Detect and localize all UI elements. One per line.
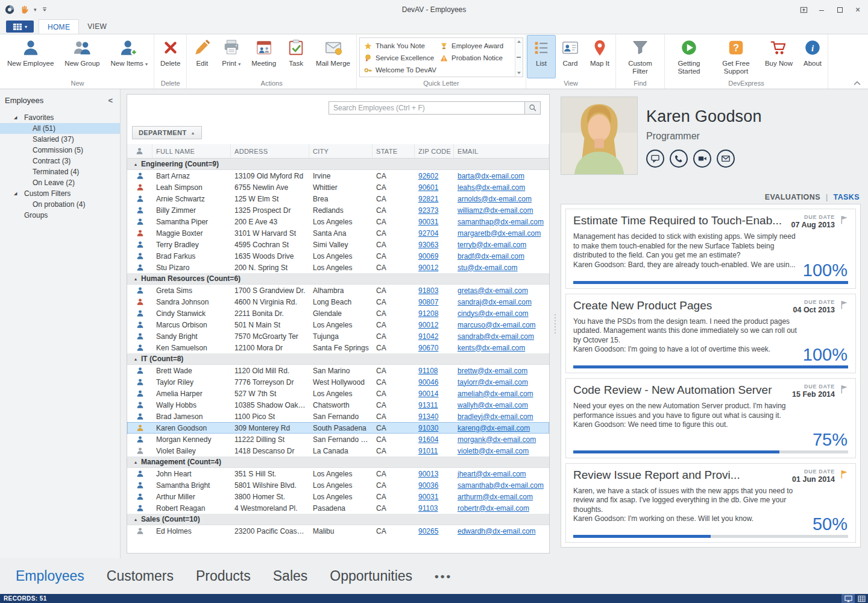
collapse-group-icon[interactable]: ▴	[134, 459, 137, 465]
quick-letter-employee-award[interactable]: Employee Award	[440, 40, 516, 51]
zip-link[interactable]: 90012	[418, 264, 438, 272]
email-link[interactable]: bradf@dx-email.com	[458, 252, 524, 260]
tab-home[interactable]: HOME	[39, 19, 79, 34]
zip-link[interactable]: 91340	[418, 412, 438, 421]
email-link[interactable]: edwardh@dx-email.com	[458, 527, 536, 535]
employee-row-ken-samuelson[interactable]: Ken Samuelson12100 Mora DrSanta Fe Sprin…	[127, 342, 549, 353]
minimize-button[interactable]: –	[813, 2, 831, 17]
groupby-department-chip[interactable]: DEPARTMENT ▲	[132, 126, 202, 139]
nav-customers[interactable]: Customers	[107, 568, 174, 584]
new-group-button[interactable]: New Group	[59, 35, 105, 78]
email-link[interactable]: samanthab@dx-email.com	[458, 481, 544, 490]
group-row-it-count-8[interactable]: ▴IT (Count=8)	[127, 353, 549, 365]
print-button[interactable]: Print ▾	[216, 35, 246, 78]
email-link[interactable]: barta@dx-email.com	[458, 172, 524, 180]
new-employee-button[interactable]: New Employee	[2, 35, 59, 78]
tab-view[interactable]: VIEW	[79, 19, 115, 34]
column-header-address[interactable]: ADDRESS	[231, 144, 309, 158]
app-logo-icon[interactable]	[5, 5, 14, 14]
touch-hand-icon[interactable]	[19, 5, 29, 14]
email-link[interactable]: taylorr@dx-email.com	[458, 378, 528, 387]
search-box[interactable]	[329, 101, 541, 115]
getting-started-button[interactable]: Getting Started	[665, 35, 712, 78]
email-link[interactable]: williamz@dx-email.com	[458, 206, 533, 215]
employee-row-brad-farkus[interactable]: Brad Farkus1635 Woods DriveLos AngelesCA…	[127, 250, 549, 262]
collapse-ribbon-icon[interactable]	[854, 81, 861, 86]
expand-node-icon[interactable]: ◢	[14, 191, 17, 196]
email-link[interactable]: marcuso@dx-email.com	[458, 321, 536, 329]
zip-link[interactable]: 90670	[418, 344, 438, 352]
email-link[interactable]: cindys@dx-email.com	[458, 309, 529, 318]
edit-button[interactable]: Edit	[187, 35, 216, 78]
email-link[interactable]: sandraj@dx-email.com	[458, 298, 532, 306]
employee-row-robert-reagan[interactable]: Robert Reagan4 Westmoreland Pl.PasadenaC…	[127, 502, 549, 514]
buy-now-button[interactable]: Buy Now	[760, 35, 798, 78]
employee-row-amelia-harper[interactable]: Amelia Harper527 W 7th StLos AngelesCA90…	[127, 388, 549, 399]
gallery-scrollbar[interactable]	[515, 38, 523, 77]
employee-row-arthur-miller[interactable]: Arthur Miller3800 Homer St.Los AngelesCA…	[127, 491, 549, 502]
email-link[interactable]: kents@dx-email.com	[458, 344, 525, 352]
zip-link[interactable]: 90036	[418, 481, 438, 490]
zip-link[interactable]: 90601	[418, 183, 438, 192]
zip-link[interactable]: 92821	[418, 195, 438, 203]
employee-row-marcus-orbison[interactable]: Marcus Orbison501 N Main StLos AngelesCA…	[127, 319, 549, 330]
map-it-button[interactable]: Map It	[585, 35, 615, 78]
collapse-group-icon[interactable]: ▴	[134, 517, 137, 522]
search-input[interactable]	[329, 102, 524, 114]
zip-link[interactable]: 91011	[418, 447, 438, 455]
column-header-full-name[interactable]: FULL NAME	[153, 144, 231, 158]
collapse-group-icon[interactable]: ▴	[134, 276, 137, 282]
quick-letter-probation-notice[interactable]: Probation Notice	[440, 52, 516, 63]
new-items-button[interactable]: New Items ▾	[105, 35, 154, 78]
employee-row-leah-simpson[interactable]: Leah Simpson6755 Newlin AveWhittierCA906…	[127, 182, 549, 193]
email-link[interactable]: terryb@dx-email.com	[458, 241, 526, 249]
email-link[interactable]: wallyh@dx-email.com	[458, 401, 528, 409]
nav-employees[interactable]: Employees	[16, 568, 84, 584]
zip-link[interactable]: 92704	[418, 229, 438, 238]
email-link[interactable]: sandrab@dx-email.com	[458, 332, 534, 341]
get-free-support-button[interactable]: ?Get Free Support	[712, 35, 760, 78]
delete-button[interactable]: Delete	[155, 35, 186, 78]
zip-link[interactable]: 91103	[418, 504, 438, 513]
chevron-down-icon[interactable]: ▾	[34, 7, 37, 13]
employee-row-wally-hobbs[interactable]: Wally Hobbs10385 Shadow Oak DrChatsworth…	[127, 399, 549, 411]
zip-link[interactable]: 91604	[418, 435, 438, 444]
employee-row-maggie-boxter[interactable]: Maggie Boxter3101 W Harvard StSanta AnaC…	[127, 227, 549, 239]
group-row-human-resources-count-6[interactable]: ▴Human Resources (Count=6)	[127, 273, 549, 285]
email-link[interactable]: robertr@dx-email.com	[458, 504, 529, 513]
sidebar-item-all-51[interactable]: All (51)	[0, 123, 120, 134]
email-link[interactable]: bradleyj@dx-email.com	[458, 412, 533, 421]
nav-sales[interactable]: Sales	[273, 568, 308, 584]
maximize-button[interactable]	[831, 2, 849, 17]
tab-tasks[interactable]: TASKS	[834, 193, 860, 201]
employee-row-sandra-johnson[interactable]: Sandra Johnson4600 N Virginia Rd.Long Be…	[127, 296, 549, 308]
sidebar-item-favorites[interactable]: ◢Favorites	[0, 112, 120, 123]
column-header-zip-code[interactable]: ZIP CODE	[415, 144, 454, 158]
phone-button[interactable]	[670, 150, 688, 168]
about-button[interactable]: iAbout	[798, 35, 827, 78]
group-row-sales-count-10[interactable]: ▴Sales (Count=10)	[127, 514, 549, 525]
scroll-down-icon[interactable]	[517, 72, 521, 74]
sidebar-item-commission-5[interactable]: Commission (5)	[0, 145, 120, 156]
email-link[interactable]: violetb@dx-email.com	[458, 447, 529, 455]
status-monitor-button[interactable]	[841, 594, 855, 603]
custom-filter-button[interactable]: Custom Filter	[617, 35, 664, 78]
email-link[interactable]: stu@dx-email.com	[458, 264, 518, 272]
quick-letter-thank-you-note[interactable]: Thank You Note	[364, 40, 440, 51]
employee-row-samantha-bright[interactable]: Samantha Bright5801 Wilshire Blvd.Los An…	[127, 479, 549, 491]
icon-column-header[interactable]	[127, 144, 153, 158]
employee-row-john-heart[interactable]: John Heart351 S Hill St.Los AngelesCA900…	[127, 468, 549, 479]
card-button[interactable]: Card	[556, 35, 585, 78]
zip-link[interactable]: 90031	[418, 493, 438, 501]
column-header-email[interactable]: EMAIL	[454, 144, 549, 158]
task-button[interactable]: Task	[281, 35, 310, 78]
scroll-up-icon[interactable]	[517, 40, 521, 43]
sidebar-item-contract-3[interactable]: Contract (3)	[0, 156, 120, 166]
employee-row-ed-holmes[interactable]: Ed Holmes23200 Pacific Coast HwyMalibuCA…	[127, 525, 549, 537]
search-button[interactable]	[524, 102, 540, 114]
qat-customize-icon[interactable]	[42, 7, 48, 13]
sidebar-item-custom-filters[interactable]: ◢Custom Filters	[0, 188, 120, 199]
email-link[interactable]: morgank@dx-email.com	[458, 435, 536, 444]
gallery-expand-icon[interactable]	[517, 57, 521, 58]
employee-row-taylor-riley[interactable]: Taylor Riley7776 Torreyson DrWest Hollyw…	[127, 376, 549, 388]
